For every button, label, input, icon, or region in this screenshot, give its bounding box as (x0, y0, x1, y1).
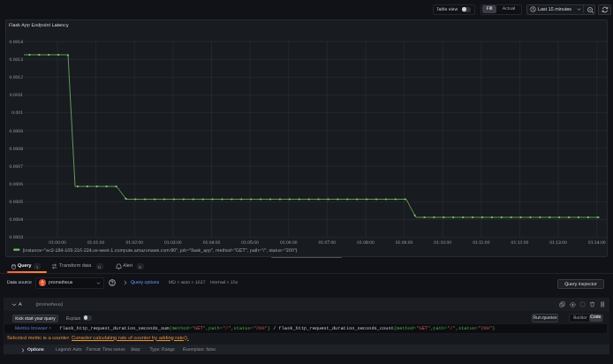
svg-text:01:10:00: 01:10:00 (434, 240, 451, 246)
svg-text:01:07:00: 01:07:00 (319, 240, 337, 246)
svg-text:01:13:00: 01:13:00 (549, 240, 567, 246)
svg-text:01:00:00: 01:00:00 (49, 240, 66, 246)
svg-text:0.0006: 0.0006 (9, 182, 23, 187)
svg-text:0.0004: 0.0004 (9, 217, 23, 223)
svg-text:01:09:00: 01:09:00 (396, 240, 413, 246)
svg-text:01:04:00: 01:04:00 (203, 240, 221, 246)
svg-text:0.0013: 0.0013 (9, 57, 23, 63)
svg-text:01:02:00: 01:02:00 (125, 240, 143, 246)
svg-text:0.0011: 0.0011 (10, 93, 23, 98)
svg-text:01:03:00: 01:03:00 (164, 240, 182, 246)
svg-text:0.0003: 0.0003 (9, 235, 23, 240)
svg-text:01:06:00: 01:06:00 (280, 240, 298, 246)
svg-text:01:01:00: 01:01:00 (87, 240, 105, 246)
svg-text:0.0014: 0.0014 (9, 40, 23, 45)
svg-text:0.0009: 0.0009 (9, 129, 23, 134)
svg-text:01:12:00: 01:12:00 (511, 240, 529, 246)
svg-text:01:14:00: 01:14:00 (588, 240, 606, 246)
svg-text:01:05:00: 01:05:00 (241, 240, 259, 246)
svg-text:{instance="ec2-184-169-216-224: {instance="ec2-184-169-216-224.us-west-1… (23, 248, 298, 254)
svg-text:0.0008: 0.0008 (9, 147, 23, 152)
svg-text:0.001: 0.001 (11, 110, 23, 116)
svg-text:0.0012: 0.0012 (9, 75, 23, 80)
svg-text:01:08:00: 01:08:00 (357, 240, 375, 246)
svg-text:0.0005: 0.0005 (9, 200, 23, 205)
svg-text:0.0007: 0.0007 (9, 164, 23, 170)
svg-text:01:11:00: 01:11:00 (473, 240, 489, 246)
